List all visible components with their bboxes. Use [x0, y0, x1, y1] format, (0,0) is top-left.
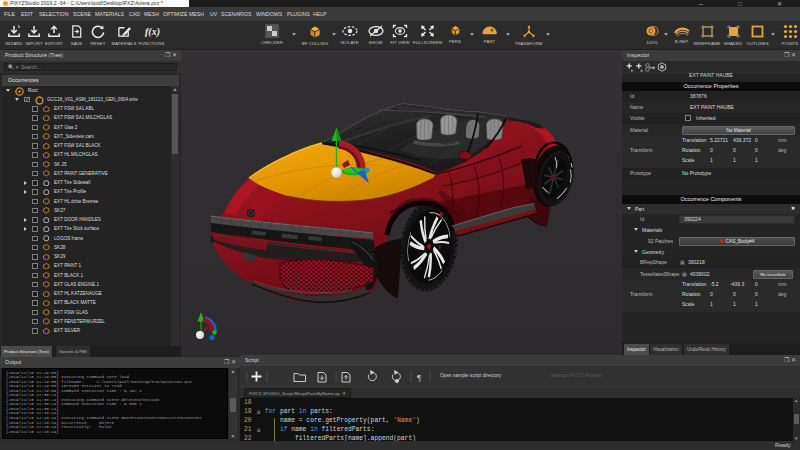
svg-text:¶: ¶ — [417, 373, 421, 383]
svg-text:f(x): f(x) — [145, 26, 160, 38]
